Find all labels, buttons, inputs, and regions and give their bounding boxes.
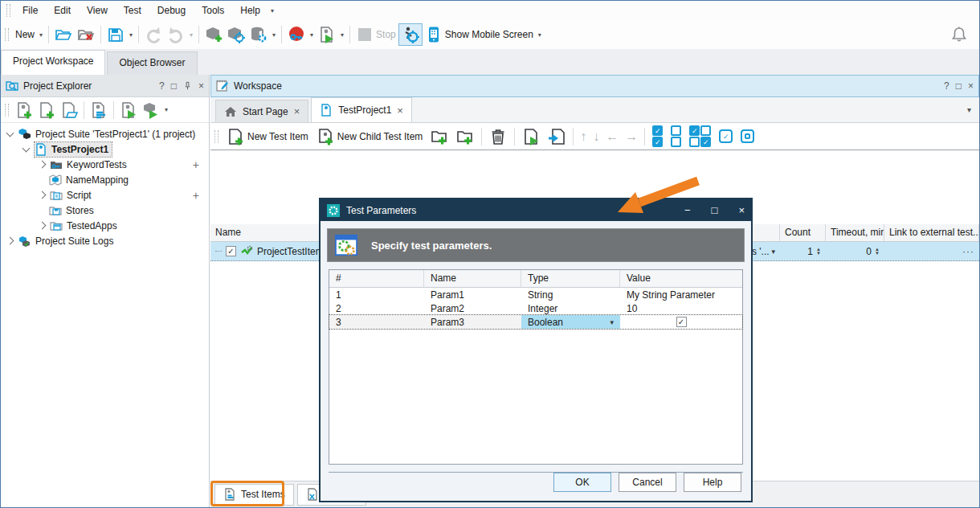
column-header-link-external[interactable]: Link to external test... xyxy=(884,224,979,241)
workspace-header[interactable]: Workspace ? □ × xyxy=(210,75,979,97)
uncheck-all-button[interactable] xyxy=(667,125,685,148)
tree-item-namemapping[interactable]: NameMapping xyxy=(1,172,209,187)
notifications-button[interactable] xyxy=(950,26,968,43)
toolbar-grip[interactable] xyxy=(214,130,218,143)
param-value[interactable]: My String Parameter xyxy=(620,288,742,301)
tree-item-stores[interactable]: Stores xyxy=(1,203,209,218)
chevron-down-icon[interactable]: ▾ xyxy=(310,31,313,39)
help-button[interactable]: Help xyxy=(684,473,741,492)
param-value[interactable]: 10 xyxy=(620,301,742,315)
run-focused-button[interactable] xyxy=(544,125,570,148)
chevron-down-icon[interactable]: ▾ xyxy=(538,31,541,39)
chevron-collapsed-icon[interactable] xyxy=(39,222,47,230)
undo-button[interactable] xyxy=(142,23,165,46)
tree-item-script[interactable]: Script + xyxy=(1,187,209,203)
column-header-name[interactable]: Name xyxy=(424,270,521,287)
database-settings-button[interactable]: ▾ xyxy=(247,23,278,46)
param-type[interactable]: Integer xyxy=(521,301,620,315)
toolbar-grip[interactable] xyxy=(6,4,10,17)
open-item-button[interactable] xyxy=(58,99,80,121)
check-item-button[interactable]: ✓ xyxy=(715,125,737,148)
test-visualizer-toggle[interactable] xyxy=(398,23,423,46)
chevron-expanded-icon[interactable] xyxy=(22,144,31,152)
param-name[interactable]: Param3 xyxy=(424,315,521,329)
help-button[interactable]: ? xyxy=(944,80,949,92)
count-value[interactable]: 1 xyxy=(807,246,813,257)
timeout-value[interactable]: 0 xyxy=(866,246,872,257)
tree-item-project-suite[interactable]: Project Suite 'TestProject1' (1 project) xyxy=(1,126,209,141)
add-item-button[interactable]: + xyxy=(193,158,199,171)
row-enabled-checkbox[interactable]: ✓ xyxy=(226,246,236,256)
tree-item-testproject1[interactable]: TestProject1 xyxy=(1,141,209,157)
chevron-collapsed-icon[interactable] xyxy=(6,237,14,245)
new-child-test-item-button[interactable]: New Child Test Item xyxy=(312,125,427,148)
chevron-down-icon[interactable]: ▾ xyxy=(165,106,168,113)
new-item-button[interactable] xyxy=(35,99,58,121)
tree-item-project-suite-logs[interactable]: Project Suite Logs xyxy=(1,233,209,248)
chevron-down-icon[interactable]: ▾ xyxy=(190,31,193,39)
chevron-down-icon[interactable]: ▾ xyxy=(129,31,133,39)
close-tab-icon[interactable]: × xyxy=(397,104,403,117)
find-object-button[interactable] xyxy=(225,23,247,46)
timeout-spinner[interactable]: ▲▼ xyxy=(875,248,880,256)
record-button[interactable]: ▾ xyxy=(285,23,316,46)
cancel-button[interactable]: Cancel xyxy=(619,473,676,492)
menu-debug[interactable]: Debug xyxy=(149,2,194,18)
add-project-suite-button[interactable] xyxy=(13,99,35,121)
menu-edit[interactable]: Edit xyxy=(46,2,79,18)
menu-view[interactable]: View xyxy=(79,2,116,18)
param-type-dropdown[interactable]: Boolean ▾ xyxy=(521,315,620,329)
tab-list-dropdown-icon[interactable]: ▾ xyxy=(967,105,971,114)
menu-tools[interactable]: Tools xyxy=(194,2,232,18)
project-explorer-header[interactable]: Project Explorer ? □ × xyxy=(1,75,209,97)
close-button[interactable]: × xyxy=(198,80,204,92)
tab-object-browser[interactable]: Object Browser xyxy=(107,51,197,75)
pin-icon[interactable] xyxy=(183,81,192,90)
restore-button[interactable]: □ xyxy=(171,80,177,92)
parameter-row[interactable]: 1 Param1 String My String Parameter xyxy=(329,288,742,301)
column-header-number[interactable]: # xyxy=(329,270,424,287)
move-up-button[interactable]: ↑ xyxy=(577,129,590,144)
param-type[interactable]: String xyxy=(521,288,620,301)
column-header-timeout[interactable]: Timeout, min xyxy=(826,224,884,241)
menu-help[interactable]: Help xyxy=(232,2,268,18)
close-tab-icon[interactable]: × xyxy=(294,105,300,117)
count-spinner[interactable]: ▲▼ xyxy=(816,248,821,256)
save-button[interactable]: ▾ xyxy=(104,23,135,46)
param-name[interactable]: Param2 xyxy=(424,301,521,315)
new-button[interactable]: New ▾ xyxy=(13,23,45,46)
column-header-type[interactable]: Type xyxy=(521,270,620,287)
help-button[interactable]: ? xyxy=(159,80,165,92)
menu-file[interactable]: File xyxy=(14,2,46,18)
column-header-count[interactable]: Count xyxy=(780,224,826,241)
new-test-item-button[interactable]: New Test Item xyxy=(223,125,312,148)
move-left-button[interactable]: ← xyxy=(602,129,622,144)
move-down-button[interactable]: ↓ xyxy=(590,129,602,144)
restore-button[interactable]: □ xyxy=(956,80,962,92)
run-test-button[interactable]: ▾ xyxy=(316,23,346,46)
mobile-screen-button[interactable]: Show Mobile Screen ▾ xyxy=(423,23,544,46)
toolbar-grip[interactable] xyxy=(5,28,9,41)
tab-testproject1[interactable]: TestProject1 × xyxy=(311,97,412,122)
boolean-value-checkbox[interactable]: ✓ xyxy=(676,317,687,327)
stop-button[interactable]: Stop xyxy=(353,23,398,46)
param-value-cell[interactable]: ✓ xyxy=(620,315,742,329)
menu-overflow-icon[interactable]: ▾ xyxy=(271,7,274,14)
parameter-row-selected[interactable]: 3 Param3 Boolean ▾ ✓ xyxy=(329,315,742,329)
organize-items-button[interactable] xyxy=(88,99,110,121)
delete-test-item-button[interactable] xyxy=(485,125,511,148)
run-project-suite-button[interactable]: ▾ xyxy=(140,99,170,121)
add-new-item-button[interactable] xyxy=(202,23,225,46)
tab-start-page[interactable]: Start Page × xyxy=(215,100,308,122)
link-external-browse-button[interactable]: ··· xyxy=(962,246,974,257)
close-button[interactable]: × xyxy=(738,204,745,216)
menu-test[interactable]: Test xyxy=(116,2,149,18)
invert-checks-button[interactable]: ✓✓ xyxy=(685,125,715,148)
type-dropdown-icon[interactable]: ▾ xyxy=(610,318,614,326)
redo-button[interactable]: ▾ xyxy=(165,23,195,46)
open-button[interactable] xyxy=(52,23,75,46)
tree-item-keywordtests[interactable]: KeywordTests + xyxy=(1,157,209,172)
add-item-button[interactable]: + xyxy=(193,189,199,202)
tree-item-testedapps[interactable]: TestedApps xyxy=(1,218,209,233)
close-project-button[interactable] xyxy=(75,23,97,46)
